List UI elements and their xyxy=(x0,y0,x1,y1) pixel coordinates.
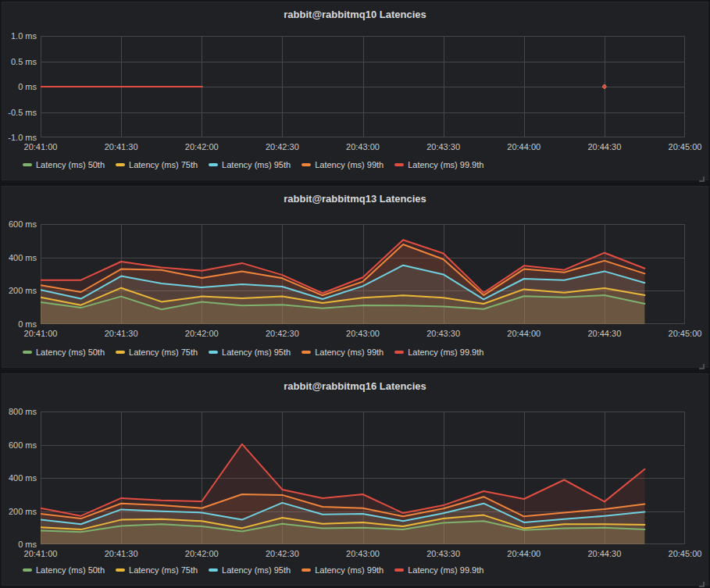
legend-label: Latency (ms) 50th xyxy=(36,347,105,358)
y-tick-label: 200 ms xyxy=(4,285,37,296)
panel-title[interactable]: rabbit@rabbitmq16 Latencies xyxy=(2,380,708,392)
legend-item[interactable]: Latency (ms) 95th xyxy=(209,565,291,576)
x-tick-label: 20:43:00 xyxy=(340,548,387,559)
legend-series-color-icon xyxy=(394,351,404,354)
y-tick-label: 1.0 ms xyxy=(4,30,37,41)
x-tick-label: 20:43:30 xyxy=(420,141,467,152)
resize-grip-icon xyxy=(698,176,705,182)
legend-label: Latency (ms) 99th xyxy=(315,347,384,358)
legend-item[interactable]: Latency (ms) 75th xyxy=(116,159,198,170)
panel-resize-handle[interactable] xyxy=(698,171,705,177)
legend-series-color-icon xyxy=(23,163,32,166)
legend: Latency (ms) 50thLatency (ms) 75thLatenc… xyxy=(23,159,483,170)
legend-label: Latency (ms) 99.9th xyxy=(408,159,483,170)
y-tick-label: -0.5 ms xyxy=(4,107,37,118)
chart-canvas xyxy=(41,36,685,137)
legend-item[interactable]: Latency (ms) 95th xyxy=(209,159,291,170)
panel-rabbitmq16-latencies: rabbit@rabbitmq16 Latencies 20:41:0020:4… xyxy=(2,373,708,586)
x-tick-label: 20:41:00 xyxy=(17,141,64,152)
legend-item[interactable]: Latency (ms) 75th xyxy=(116,347,198,358)
legend-label: Latency (ms) 75th xyxy=(129,565,198,576)
x-tick-label: 20:44:30 xyxy=(581,141,628,152)
legend-item[interactable]: Latency (ms) 50th xyxy=(23,347,105,358)
x-tick-label: 20:42:00 xyxy=(178,141,225,152)
x-tick-label: 20:41:30 xyxy=(98,141,144,152)
legend-label: Latency (ms) 99th xyxy=(315,565,384,576)
panel-title[interactable]: rabbit@rabbitmq13 Latencies xyxy=(2,193,708,205)
x-tick-label: 20:42:30 xyxy=(259,141,305,152)
grafana-dashboard: { "colors": { "page_bg": "#141518", "pan… xyxy=(0,0,710,588)
panel-resize-handle[interactable] xyxy=(698,358,705,365)
y-tick-label: 0 ms xyxy=(4,81,37,92)
legend-item[interactable]: Latency (ms) 75th xyxy=(116,565,198,576)
x-tick-label: 20:45:00 xyxy=(662,141,708,152)
panel-resize-handle[interactable] xyxy=(698,576,705,583)
x-tick-label: 20:41:30 xyxy=(98,548,144,559)
x-tick-label: 20:45:00 xyxy=(662,548,708,559)
legend-label: Latency (ms) 50th xyxy=(36,565,105,576)
legend-series-color-icon xyxy=(116,351,125,354)
legend: Latency (ms) 50thLatency (ms) 75thLatenc… xyxy=(23,565,483,576)
x-tick-label: 20:41:00 xyxy=(17,548,64,559)
plot-area[interactable] xyxy=(41,412,685,544)
y-tick-label: 0 ms xyxy=(4,319,37,330)
legend-series-color-icon xyxy=(23,351,32,354)
legend-item[interactable]: Latency (ms) 95th xyxy=(209,347,291,358)
x-tick-label: 20:42:00 xyxy=(178,548,225,559)
x-tick-label: 20:42:30 xyxy=(259,548,305,559)
resize-grip-icon xyxy=(698,581,705,587)
legend-item[interactable]: Latency (ms) 99th xyxy=(301,565,384,576)
legend-series-color-icon xyxy=(209,568,218,572)
legend-series-color-icon xyxy=(394,568,404,572)
x-tick-label: 20:44:00 xyxy=(501,548,548,559)
legend-label: Latency (ms) 50th xyxy=(36,159,105,170)
legend-series-color-icon xyxy=(301,163,311,166)
legend-label: Latency (ms) 99.9th xyxy=(408,565,483,576)
legend-item[interactable]: Latency (ms) 99.9th xyxy=(394,347,483,358)
x-tick-label: 20:43:00 xyxy=(340,141,387,152)
legend-series-color-icon xyxy=(23,568,32,572)
legend-series-color-icon xyxy=(301,351,311,354)
legend-label: Latency (ms) 95th xyxy=(222,159,291,170)
y-tick-label: 600 ms xyxy=(4,440,37,451)
legend-label: Latency (ms) 99.9th xyxy=(408,347,483,358)
legend: Latency (ms) 50thLatency (ms) 75thLatenc… xyxy=(23,347,483,358)
legend-item[interactable]: Latency (ms) 99th xyxy=(301,159,384,170)
legend-series-color-icon xyxy=(116,163,125,166)
y-tick-label: 0 ms xyxy=(4,539,37,550)
legend-label: Latency (ms) 99th xyxy=(315,159,384,170)
plot-area[interactable] xyxy=(41,36,685,137)
x-tick-label: 20:44:00 xyxy=(501,328,548,339)
x-tick-label: 20:43:30 xyxy=(420,548,467,559)
panel-title[interactable]: rabbit@rabbitmq10 Latencies xyxy=(2,9,708,20)
x-tick-label: 20:41:30 xyxy=(98,328,144,339)
panel-rabbitmq13-latencies: rabbit@rabbitmq13 Latencies 20:41:0020:4… xyxy=(2,186,708,368)
y-tick-label: 400 ms xyxy=(4,472,37,483)
legend-series-color-icon xyxy=(209,163,218,166)
legend-label: Latency (ms) 95th xyxy=(222,347,291,358)
y-tick-label: -1.0 ms xyxy=(4,132,37,143)
legend-item[interactable]: Latency (ms) 99.9th xyxy=(394,565,483,576)
x-tick-label: 20:43:00 xyxy=(340,328,387,339)
chart-canvas xyxy=(41,224,685,324)
y-tick-label: 0.5 ms xyxy=(4,56,37,67)
plot-area[interactable] xyxy=(41,224,685,324)
legend-item[interactable]: Latency (ms) 99.9th xyxy=(394,159,483,170)
y-tick-label: 400 ms xyxy=(4,252,37,263)
legend-label: Latency (ms) 95th xyxy=(222,565,291,576)
legend-label: Latency (ms) 75th xyxy=(129,159,198,170)
legend-label: Latency (ms) 75th xyxy=(129,347,198,358)
x-tick-label: 20:42:30 xyxy=(259,328,305,339)
series-point xyxy=(603,85,607,89)
legend-series-color-icon xyxy=(394,163,404,166)
x-tick-label: 20:44:00 xyxy=(501,141,548,152)
legend-item[interactable]: Latency (ms) 99th xyxy=(301,347,384,358)
legend-item[interactable]: Latency (ms) 50th xyxy=(23,159,105,170)
x-tick-label: 20:44:30 xyxy=(581,328,628,339)
x-tick-label: 20:41:00 xyxy=(17,328,64,339)
x-tick-label: 20:43:30 xyxy=(420,328,467,339)
x-tick-label: 20:42:00 xyxy=(178,328,225,339)
x-tick-label: 20:45:00 xyxy=(662,328,708,339)
legend-series-color-icon xyxy=(116,568,125,572)
legend-item[interactable]: Latency (ms) 50th xyxy=(23,565,105,576)
